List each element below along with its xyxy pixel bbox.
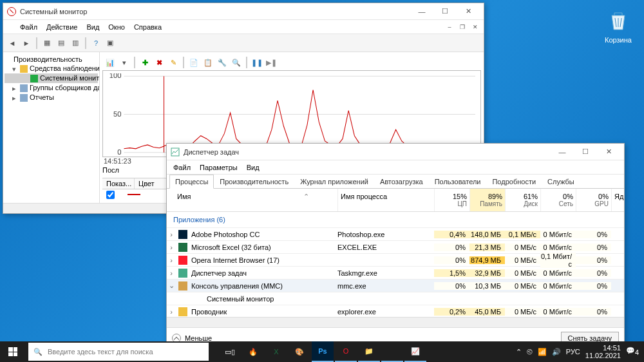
tab-автозагрузка[interactable]: Автозагрузка: [374, 175, 429, 189]
menu-action[interactable]: Действие: [43, 22, 81, 32]
help-icon[interactable]: ?: [90, 37, 102, 50]
app-icon: [178, 243, 187, 252]
tree-system-monitor[interactable]: Системный монитор: [5, 73, 98, 83]
menu-file[interactable]: Файл: [169, 162, 194, 173]
sysmon-toolbar: ◄ ► ▦ ▤ ▥ ? ▣: [3, 34, 484, 52]
close-button[interactable]: ✕: [457, 5, 480, 19]
process-row[interactable]: Системный монитор: [167, 292, 624, 305]
taskbar-opera[interactable]: O: [335, 341, 357, 362]
col-disk[interactable]: 61%Диск: [505, 189, 540, 211]
col-name[interactable]: Имя: [177, 193, 191, 200]
process-row[interactable]: ⌄ Консоль управления (MMC) mmc.exe 0% 10…: [167, 280, 624, 292]
mdi-close[interactable]: ✕: [469, 22, 481, 32]
taskbar-photoshop[interactable]: Ps: [312, 341, 334, 362]
tab-журнал приложений[interactable]: Журнал приложений: [294, 175, 374, 189]
remove-counter-icon[interactable]: ✖: [153, 56, 166, 69]
expand-icon[interactable]: ›: [167, 308, 176, 316]
process-row[interactable]: › Диспетчер задач Taskmgr.exe 1,5% 32,9 …: [167, 267, 624, 280]
menu-view[interactable]: Вид: [82, 22, 103, 32]
tb-icon[interactable]: ▦: [41, 37, 53, 50]
maximize-button[interactable]: ☐: [574, 145, 597, 159]
menu-view[interactable]: Вид: [243, 162, 263, 173]
windows-logo-icon: [8, 347, 17, 356]
close-button[interactable]: ✕: [597, 145, 620, 159]
expand-icon[interactable]: ›: [167, 243, 176, 251]
language-indicator[interactable]: РУС: [566, 348, 580, 356]
tb-icon[interactable]: ▤: [55, 37, 68, 50]
legend-checkbox[interactable]: [106, 191, 115, 199]
process-row[interactable]: › Adobe Photoshop CC Photoshop.exe 0,4% …: [167, 228, 624, 241]
add-counter-icon[interactable]: ✚: [138, 56, 151, 69]
taskbar-explorer[interactable]: 📁: [358, 341, 380, 362]
app-icon: [178, 256, 187, 265]
zoom-icon[interactable]: 🔍: [230, 56, 243, 69]
menu-options[interactable]: Параметры: [196, 162, 242, 173]
menu-window[interactable]: Окно: [104, 22, 129, 32]
col-gpu-engine[interactable]: Яд: [611, 189, 624, 211]
paste-icon[interactable]: 📋: [202, 56, 214, 69]
system-tray: ⌃ ⧀ 📶 🔊 РУС 14:5111.02.2021 💬4: [511, 344, 644, 359]
taskbar-app[interactable]: 🔥: [242, 341, 264, 362]
volume-icon[interactable]: 🔊: [552, 348, 561, 356]
minimize-button[interactable]: —: [410, 5, 433, 19]
task-view-button[interactable]: ▭▯: [219, 341, 241, 362]
tb-icon[interactable]: ▥: [69, 37, 82, 50]
mdi-minimize[interactable]: –: [444, 22, 455, 32]
back-button[interactable]: ◄: [6, 37, 19, 50]
tb-icon[interactable]: ▣: [104, 37, 117, 50]
menu-file[interactable]: Файл: [16, 22, 41, 32]
pause-icon[interactable]: ❚❚: [251, 56, 263, 69]
svg-text:100: 100: [109, 73, 122, 79]
taskmgr-titlebar[interactable]: Диспетчер задач — ☐ ✕: [167, 144, 624, 160]
props-icon[interactable]: 🔧: [216, 56, 229, 69]
play-icon[interactable]: ▶❚: [265, 56, 278, 69]
tray-chevron-icon[interactable]: ⌃: [516, 348, 522, 356]
apps-group-header[interactable]: Приложения (6): [167, 212, 624, 228]
tree-monitoring-tools[interactable]: ▾Средства наблюдения: [5, 64, 98, 73]
tb-icon[interactable]: ▾: [118, 56, 131, 69]
taskbar-sysmon[interactable]: [381, 341, 403, 362]
menu-help[interactable]: Справка: [130, 22, 166, 32]
col-process[interactable]: Имя процесса: [337, 189, 434, 211]
hscrollbar[interactable]: [167, 317, 624, 327]
notifications-button[interactable]: 💬4: [626, 347, 639, 356]
tab-производительность[interactable]: Производительность: [214, 175, 294, 189]
expand-icon[interactable]: ›: [167, 256, 176, 264]
sort-icon: ⌃: [303, 193, 309, 201]
tab-подробности[interactable]: Подробности: [486, 175, 542, 189]
taskbar-taskmgr[interactable]: 📈: [404, 341, 426, 362]
forward-button[interactable]: ►: [20, 37, 33, 50]
clock[interactable]: 14:5111.02.2021: [585, 344, 621, 359]
tree-reports[interactable]: ▸Отчеты: [5, 93, 98, 102]
expand-icon[interactable]: ›: [167, 231, 176, 238]
start-button[interactable]: [0, 341, 26, 362]
taskbar-excel[interactable]: X: [265, 341, 287, 362]
recycle-bin-icon: [605, 8, 631, 33]
taskbar-paint[interactable]: 🎨: [289, 341, 310, 362]
maximize-button[interactable]: ☐: [433, 5, 457, 19]
col-network[interactable]: 0%Сеть: [540, 189, 576, 211]
app-icon: [178, 307, 187, 316]
tree-collector-sets[interactable]: ▸Группы сборщиков данных: [5, 83, 98, 93]
highlight-icon[interactable]: ✎: [167, 56, 180, 69]
mdi-restore[interactable]: ❐: [457, 22, 468, 32]
col-gpu[interactable]: 0%GPU: [576, 189, 611, 211]
collapse-icon[interactable]: ⌄: [167, 281, 176, 290]
minimize-button[interactable]: —: [551, 145, 574, 159]
col-memory[interactable]: 89%Память: [469, 189, 505, 211]
tab-пользователи[interactable]: Пользователи: [429, 175, 487, 189]
network-icon[interactable]: ⧀: [527, 348, 533, 356]
wifi-icon[interactable]: 📶: [538, 348, 547, 356]
process-row[interactable]: › Opera Internet Browser (17) 0% 874,9 М…: [167, 254, 624, 267]
search-box[interactable]: 🔍 Введите здесь текст для поиска: [28, 343, 209, 361]
sysmon-titlebar[interactable]: Системный монитор — ☐ ✕: [3, 3, 484, 20]
process-row[interactable]: › Проводник explorer.exe 0,2% 45,0 МБ 0 …: [167, 305, 624, 317]
expand-icon[interactable]: ›: [167, 269, 176, 277]
copy-icon[interactable]: 📄: [187, 56, 200, 69]
recycle-bin[interactable]: Корзина: [599, 8, 638, 44]
tab-процессы[interactable]: Процессы: [169, 175, 214, 189]
tab-службы[interactable]: Службы: [542, 175, 580, 189]
view-icon[interactable]: 📊: [104, 56, 117, 69]
tree-root[interactable]: Производительность: [5, 55, 98, 64]
col-cpu[interactable]: 15%ЦП: [434, 189, 469, 211]
